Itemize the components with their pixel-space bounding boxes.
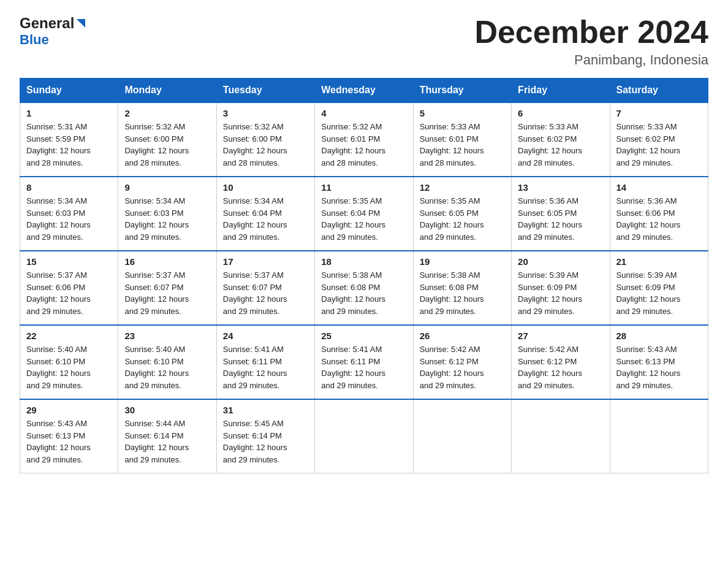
header-row: Sunday Monday Tuesday Wednesday Thursday…	[20, 79, 708, 103]
day-number: 10	[223, 182, 308, 193]
day-info: Sunrise: 5:39 AM Sunset: 6:09 PM Dayligh…	[518, 269, 603, 317]
table-row: 10 Sunrise: 5:34 AM Sunset: 6:04 PM Dayl…	[216, 177, 314, 251]
day-info: Sunrise: 5:41 AM Sunset: 6:11 PM Dayligh…	[321, 343, 406, 391]
table-row: 19 Sunrise: 5:38 AM Sunset: 6:08 PM Dayl…	[413, 251, 511, 325]
day-number: 28	[616, 331, 702, 341]
day-number: 15	[26, 256, 112, 267]
day-info: Sunrise: 5:38 AM Sunset: 6:08 PM Dayligh…	[420, 269, 505, 317]
day-number: 9	[124, 182, 210, 193]
week-row-2: 8 Sunrise: 5:34 AM Sunset: 6:03 PM Dayli…	[20, 177, 708, 251]
day-number: 13	[518, 182, 603, 193]
week-row-4: 22 Sunrise: 5:40 AM Sunset: 6:10 PM Dayl…	[20, 325, 708, 399]
week-row-1: 1 Sunrise: 5:31 AM Sunset: 5:59 PM Dayli…	[20, 102, 708, 177]
col-tuesday: Tuesday	[216, 79, 314, 103]
logo-blue-text: Blue	[20, 32, 49, 47]
table-row: 8 Sunrise: 5:34 AM Sunset: 6:03 PM Dayli…	[20, 177, 118, 251]
table-row: 1 Sunrise: 5:31 AM Sunset: 5:59 PM Dayli…	[20, 102, 118, 177]
day-info: Sunrise: 5:43 AM Sunset: 6:13 PM Dayligh…	[26, 418, 112, 465]
day-number: 21	[616, 256, 702, 267]
table-row: 27 Sunrise: 5:42 AM Sunset: 6:12 PM Dayl…	[512, 325, 610, 399]
table-row	[610, 399, 708, 473]
day-info: Sunrise: 5:45 AM Sunset: 6:14 PM Dayligh…	[223, 418, 308, 465]
table-row: 16 Sunrise: 5:37 AM Sunset: 6:07 PM Dayl…	[118, 251, 216, 325]
day-info: Sunrise: 5:37 AM Sunset: 6:06 PM Dayligh…	[26, 269, 112, 317]
day-info: Sunrise: 5:35 AM Sunset: 6:04 PM Dayligh…	[321, 195, 406, 243]
table-row: 31 Sunrise: 5:45 AM Sunset: 6:14 PM Dayl…	[216, 399, 314, 473]
day-number: 24	[223, 331, 308, 341]
day-info: Sunrise: 5:40 AM Sunset: 6:10 PM Dayligh…	[124, 343, 210, 391]
day-number: 20	[518, 256, 603, 267]
day-number: 25	[321, 331, 406, 341]
table-row: 22 Sunrise: 5:40 AM Sunset: 6:10 PM Dayl…	[20, 325, 118, 399]
table-row: 3 Sunrise: 5:32 AM Sunset: 6:00 PM Dayli…	[216, 102, 314, 177]
svg-marker-0	[77, 19, 85, 28]
table-row: 28 Sunrise: 5:43 AM Sunset: 6:13 PM Dayl…	[610, 325, 708, 399]
day-number: 26	[420, 331, 505, 341]
day-number: 14	[616, 182, 702, 193]
day-info: Sunrise: 5:35 AM Sunset: 6:05 PM Dayligh…	[420, 195, 505, 243]
table-row: 24 Sunrise: 5:41 AM Sunset: 6:11 PM Dayl…	[216, 325, 314, 399]
table-row: 9 Sunrise: 5:34 AM Sunset: 6:03 PM Dayli…	[118, 177, 216, 251]
location: Panimbang, Indonesia	[474, 52, 708, 68]
table-row: 13 Sunrise: 5:36 AM Sunset: 6:05 PM Dayl…	[512, 177, 610, 251]
day-info: Sunrise: 5:38 AM Sunset: 6:08 PM Dayligh…	[321, 269, 406, 317]
title-block: December 2024 Panimbang, Indonesia	[474, 15, 708, 68]
table-row: 23 Sunrise: 5:40 AM Sunset: 6:10 PM Dayl…	[118, 325, 216, 399]
week-row-5: 29 Sunrise: 5:43 AM Sunset: 6:13 PM Dayl…	[20, 399, 708, 473]
table-row: 6 Sunrise: 5:33 AM Sunset: 6:02 PM Dayli…	[512, 102, 610, 177]
header: General Blue December 2024 Panimbang, In…	[20, 15, 708, 68]
day-number: 31	[223, 405, 308, 415]
day-info: Sunrise: 5:41 AM Sunset: 6:11 PM Dayligh…	[223, 343, 308, 391]
day-info: Sunrise: 5:33 AM Sunset: 6:01 PM Dayligh…	[420, 121, 505, 169]
col-sunday: Sunday	[20, 79, 118, 103]
day-number: 6	[518, 108, 603, 118]
day-number: 22	[26, 331, 112, 341]
day-info: Sunrise: 5:37 AM Sunset: 6:07 PM Dayligh…	[223, 269, 308, 317]
day-info: Sunrise: 5:37 AM Sunset: 6:07 PM Dayligh…	[124, 269, 210, 317]
logo: General Blue	[20, 15, 88, 48]
col-saturday: Saturday	[610, 79, 708, 103]
week-row-3: 15 Sunrise: 5:37 AM Sunset: 6:06 PM Dayl…	[20, 251, 708, 325]
day-number: 16	[124, 256, 210, 267]
day-number: 12	[420, 182, 505, 193]
table-row	[315, 399, 413, 473]
col-monday: Monday	[118, 79, 216, 103]
table-row: 21 Sunrise: 5:39 AM Sunset: 6:09 PM Dayl…	[610, 251, 708, 325]
day-info: Sunrise: 5:34 AM Sunset: 6:04 PM Dayligh…	[223, 195, 308, 243]
table-row: 4 Sunrise: 5:32 AM Sunset: 6:01 PM Dayli…	[315, 102, 413, 177]
table-row: 18 Sunrise: 5:38 AM Sunset: 6:08 PM Dayl…	[315, 251, 413, 325]
table-row: 17 Sunrise: 5:37 AM Sunset: 6:07 PM Dayl…	[216, 251, 314, 325]
table-row: 12 Sunrise: 5:35 AM Sunset: 6:05 PM Dayl…	[413, 177, 511, 251]
day-number: 1	[26, 108, 112, 118]
day-info: Sunrise: 5:33 AM Sunset: 6:02 PM Dayligh…	[518, 121, 603, 169]
table-row: 20 Sunrise: 5:39 AM Sunset: 6:09 PM Dayl…	[512, 251, 610, 325]
logo-arrow-icon	[74, 17, 88, 30]
day-number: 23	[124, 331, 210, 341]
day-info: Sunrise: 5:34 AM Sunset: 6:03 PM Dayligh…	[26, 195, 112, 243]
day-number: 5	[420, 108, 505, 118]
col-wednesday: Wednesday	[315, 79, 413, 103]
day-info: Sunrise: 5:33 AM Sunset: 6:02 PM Dayligh…	[616, 121, 702, 169]
table-row: 14 Sunrise: 5:36 AM Sunset: 6:06 PM Dayl…	[610, 177, 708, 251]
table-row: 11 Sunrise: 5:35 AM Sunset: 6:04 PM Dayl…	[315, 177, 413, 251]
day-info: Sunrise: 5:32 AM Sunset: 6:00 PM Dayligh…	[223, 121, 308, 169]
logo-general-text: General	[20, 15, 74, 32]
day-number: 7	[616, 108, 702, 118]
day-info: Sunrise: 5:42 AM Sunset: 6:12 PM Dayligh…	[518, 343, 603, 391]
table-row: 30 Sunrise: 5:44 AM Sunset: 6:14 PM Dayl…	[118, 399, 216, 473]
day-info: Sunrise: 5:44 AM Sunset: 6:14 PM Dayligh…	[124, 418, 210, 465]
table-row: 15 Sunrise: 5:37 AM Sunset: 6:06 PM Dayl…	[20, 251, 118, 325]
day-info: Sunrise: 5:32 AM Sunset: 6:00 PM Dayligh…	[124, 121, 210, 169]
table-row: 25 Sunrise: 5:41 AM Sunset: 6:11 PM Dayl…	[315, 325, 413, 399]
day-number: 11	[321, 182, 406, 193]
table-row	[512, 399, 610, 473]
col-friday: Friday	[512, 79, 610, 103]
table-row: 29 Sunrise: 5:43 AM Sunset: 6:13 PM Dayl…	[20, 399, 118, 473]
day-number: 19	[420, 256, 505, 267]
day-number: 27	[518, 331, 603, 341]
month-title: December 2024	[474, 15, 708, 50]
day-info: Sunrise: 5:36 AM Sunset: 6:05 PM Dayligh…	[518, 195, 603, 243]
day-info: Sunrise: 5:40 AM Sunset: 6:10 PM Dayligh…	[26, 343, 112, 391]
day-info: Sunrise: 5:31 AM Sunset: 5:59 PM Dayligh…	[26, 121, 112, 169]
day-info: Sunrise: 5:39 AM Sunset: 6:09 PM Dayligh…	[616, 269, 702, 317]
